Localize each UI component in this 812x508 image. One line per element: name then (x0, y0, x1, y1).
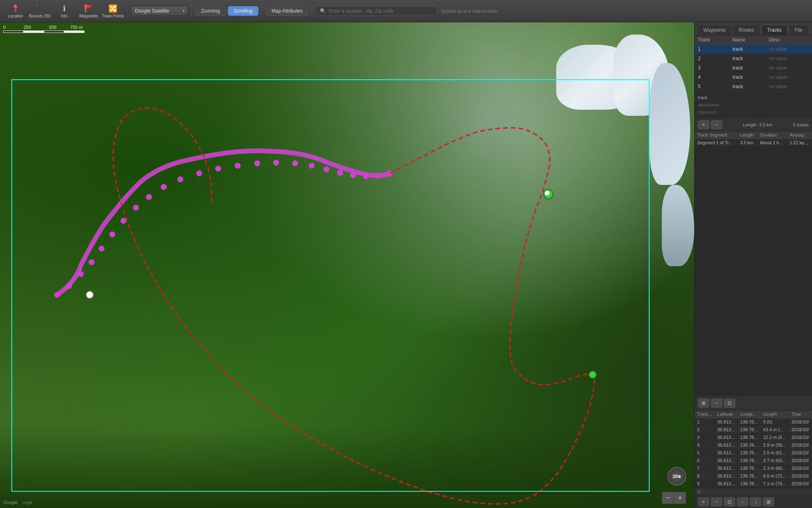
tab-routes[interactable]: Routes (733, 25, 760, 35)
toolbar: 📍 Location ⬛ Bounds 250 ℹ Info 🚩 Waypoin… (0, 0, 812, 22)
track-description-field: description (698, 101, 809, 109)
point-extra-button[interactable]: ⊞ (763, 497, 774, 506)
map-attributes-button[interactable]: Map Attributes (266, 6, 309, 16)
trackpoints-label: Track Points (102, 14, 124, 18)
compass[interactable]: 3D⊕ (667, 467, 686, 486)
scale-seg-1 (3, 30, 24, 33)
list-item[interactable]: 736.813...138.78...2.3 m (66...2018/10/ (695, 465, 812, 472)
search-input[interactable] (328, 8, 433, 14)
location-tool[interactable]: 📍 Location (4, 2, 27, 20)
list-item[interactable]: 636.813...138.78...2.7 m (63...2018/10/ (695, 457, 812, 465)
bounds-tool[interactable]: ⬛ Bounds 250 (28, 2, 51, 20)
add-segment-button[interactable]: ⊞ (698, 399, 709, 408)
search-icon: 🔍 (320, 8, 326, 14)
trackpoints-tool[interactable]: 🔀 Track Points (102, 2, 124, 20)
track-detail: track description comment (695, 91, 812, 119)
right-panel: Waypoints Routes Tracks File Track Name … (694, 22, 812, 508)
map-scale: 0 250 500 750 m (3, 25, 84, 33)
search-hint: Quickly go to a map location (441, 9, 497, 13)
segment-table-container: Track Segment Length Duration Averag... … (695, 131, 812, 147)
legal-label: Legal (22, 500, 32, 505)
zoom-controls: − + (662, 492, 686, 504)
zooming-button[interactable]: Zooming (195, 6, 226, 16)
col-name: Name (729, 35, 766, 45)
col-segment: Track Segment (695, 131, 738, 139)
table-row[interactable]: 2trackno value (695, 54, 812, 63)
col-seg-length: Length (738, 131, 758, 139)
table-row[interactable]: 5trackno value (695, 82, 812, 91)
scale-seg-3 (44, 30, 64, 33)
waypoints-label: Waypoints (79, 14, 98, 18)
col-duration: Duration (758, 131, 787, 139)
divider-4 (312, 4, 312, 18)
location-icon: 📍 (11, 4, 20, 13)
map-type-select[interactable]: Google Satellite Google Maps Google Terr… (131, 6, 188, 16)
map-type-wrapper: Google Satellite Google Maps Google Terr… (131, 6, 188, 16)
list-item[interactable]: 536.813...138.78...2.5 m (61...2018/10/ (695, 449, 812, 457)
track-add-remove: + − (698, 120, 722, 129)
divider-1 (127, 4, 128, 18)
list-item[interactable]: 236.813...138.78...43.4 m (...2018/10/ (695, 426, 812, 434)
list-item[interactable]: 336.813...138.78...12.2 m (5...2018/10/ (695, 434, 812, 441)
segment-row[interactable]: Segment 1 of Tr...3.5 kmAbout 2 h...1.22… (695, 139, 812, 147)
list-item[interactable]: 136.813...138.78...0 (0)2018/10/ (695, 418, 812, 426)
tab-waypoints[interactable]: Waypoints (697, 25, 732, 35)
zoom-in-button[interactable]: + (674, 492, 686, 504)
waypoints-tool[interactable]: 🚩 Waypoints (77, 2, 100, 20)
point-table: Track... Latitude Longit... Length Time … (695, 410, 812, 488)
info-label: Info (61, 14, 68, 18)
col-pt-lon: Longit... (738, 410, 761, 418)
point-counter: 0 (695, 488, 812, 495)
table-row[interactable]: 3trackno value (695, 63, 812, 73)
bounds-icon: ⬛ (35, 4, 44, 13)
map-container[interactable]: 0 250 500 750 m Google Legal 3D⊕ − + (0, 22, 694, 508)
move-down-button[interactable]: ↓ (750, 497, 761, 506)
tab-tracks[interactable]: Tracks (761, 25, 788, 35)
remove-segment-button[interactable]: − (711, 399, 722, 408)
trackpoints-icon: 🔀 (108, 4, 117, 13)
col-average: Averag... (787, 131, 812, 139)
waypoint-icon: 🚩 (84, 4, 93, 13)
info-tool[interactable]: ℹ Info (53, 2, 76, 20)
track-count: 5 tracks (793, 122, 809, 127)
main-area: 0 250 500 750 m Google Legal 3D⊕ − + (0, 22, 812, 508)
tab-file[interactable]: File (788, 25, 808, 35)
length-info: + − Length: 3.5 km 5 tracks (695, 119, 812, 131)
segment-table: Track Segment Length Duration Averag... … (695, 131, 812, 147)
scrolling-button[interactable]: Scrolling (228, 6, 259, 16)
segment-options-button[interactable]: ⊡ (724, 399, 735, 408)
list-item[interactable]: 936.813...138.78...7.1 m (79...2018/10/ (695, 480, 812, 488)
add-track-button[interactable]: + (698, 120, 709, 129)
track-name-field: track (698, 94, 809, 101)
track-comment-field: comment (698, 109, 809, 116)
list-item[interactable]: 436.813...138.78...2.9 m (58...2018/10/ (695, 441, 812, 449)
compass-label: 3D⊕ (673, 474, 681, 479)
add-point-button[interactable]: + (698, 497, 709, 506)
panel-tabs: Waypoints Routes Tracks File (695, 22, 812, 35)
table-row[interactable]: 1trackno value (695, 45, 812, 54)
google-label: Google (3, 500, 17, 505)
scale-seg-2 (24, 30, 44, 33)
zoom-out-button[interactable]: − (662, 492, 674, 504)
bounds-label: Bounds 250 (29, 14, 50, 18)
point-controls: + − ⊡ ↑ ↓ ⊞ (695, 495, 812, 508)
search-bar: 🔍 (315, 6, 437, 16)
point-table-container: Track... Latitude Longit... Length Time … (695, 410, 812, 488)
info-icon: ℹ (63, 4, 66, 13)
remove-track-button[interactable]: − (711, 120, 722, 129)
divider-2 (191, 4, 192, 18)
col-track: Track (695, 35, 729, 45)
move-up-button[interactable]: ↑ (737, 497, 748, 506)
col-pt-lat: Latitude (715, 410, 738, 418)
point-options-button[interactable]: ⊡ (724, 497, 735, 506)
col-pt-length: Length (761, 410, 789, 418)
table-row[interactable]: 4trackno value (695, 73, 812, 82)
tracks-table-container: Track Name Desc 1trackno value2trackno v… (695, 35, 812, 91)
segment-controls: ⊞ − ⊡ (695, 396, 812, 410)
remove-point-button[interactable]: − (711, 497, 722, 506)
col-desc: Desc (766, 35, 812, 45)
list-item[interactable]: 836.813...138.78...6.6 m (72...2018/10/ (695, 472, 812, 480)
col-pt-track: Track... (695, 410, 715, 418)
segment-extra-area (695, 147, 812, 396)
track-length: Length: 3.5 km (743, 122, 773, 127)
